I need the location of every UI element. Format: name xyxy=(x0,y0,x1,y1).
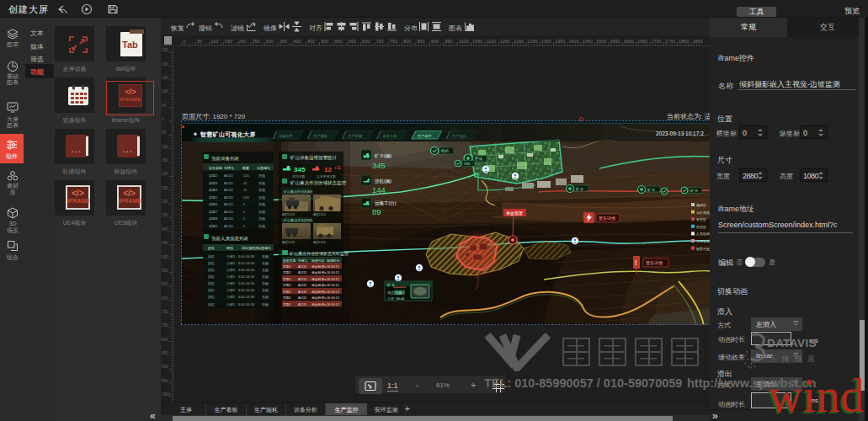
svg-text:采空区: 采空区 xyxy=(695,217,706,221)
svg-text:A5111: A5111 xyxy=(224,202,234,206)
svg-text:矿山重点作业区B区: 矿山重点作业区B区 xyxy=(283,218,313,222)
svg-text:台班1: 台班1 xyxy=(226,281,236,285)
svg-text:A5111: A5111 xyxy=(298,265,306,269)
svg-text:600: 600 xyxy=(349,39,356,44)
svg-text:700: 700 xyxy=(375,39,383,44)
svg-text:类型2: 类型2 xyxy=(283,296,291,300)
svg-text:50: 50 xyxy=(162,104,167,108)
svg-text:6:00-16:30: 6:00-16:30 xyxy=(238,254,255,258)
svg-text:100: 100 xyxy=(162,89,168,93)
svg-text:设备类型: 设备类型 xyxy=(209,166,222,170)
svg-text:1300: 1300 xyxy=(541,39,551,44)
svg-text:A5111: A5111 xyxy=(224,188,234,192)
svg-text:A区5114: A区5114 xyxy=(313,241,326,244)
svg-text:1500: 1500 xyxy=(596,39,606,44)
svg-text:6:00-16:30: 6:00-16:30 xyxy=(238,302,255,306)
svg-text:区域: 区域 xyxy=(475,156,483,161)
svg-text:A5111: A5111 xyxy=(224,216,234,221)
svg-text:1350: 1350 xyxy=(555,39,565,44)
svg-text:450: 450 xyxy=(162,241,168,245)
svg-text:150: 150 xyxy=(162,76,168,80)
svg-text:350: 350 xyxy=(162,213,168,217)
svg-text:类型2: 类型2 xyxy=(283,264,291,269)
svg-text:类型2: 类型2 xyxy=(283,290,291,294)
svg-text:监控总数: 监控总数 xyxy=(292,174,305,179)
svg-text:车牌号: 车牌号 xyxy=(224,166,234,170)
svg-text:生产监控: 生产监控 xyxy=(418,134,432,138)
svg-text:16:30:12: 16:30:12 xyxy=(327,265,339,269)
svg-text:在岗: 在岗 xyxy=(262,281,269,285)
svg-text:250: 250 xyxy=(252,39,259,44)
svg-text:520: 520 xyxy=(243,173,249,178)
svg-text:400: 400 xyxy=(162,227,168,232)
svg-text:1050: 1050 xyxy=(472,39,482,44)
svg-text:工作: 16.40: 工作: 16.40 xyxy=(387,296,405,301)
svg-text:1200: 1200 xyxy=(514,39,524,44)
svg-text:当前人员信息列表: 当前人员信息列表 xyxy=(211,236,249,242)
svg-text:950: 950 xyxy=(445,39,452,44)
svg-text:超速预警a: 超速预警a xyxy=(312,270,327,274)
svg-text:1250: 1250 xyxy=(527,39,537,44)
svg-text:100: 100 xyxy=(210,39,218,44)
svg-text:2023-09-13 10:17:2: 2023-09-13 10:17:2 xyxy=(656,131,704,136)
svg-text:144: 144 xyxy=(372,185,386,195)
svg-text:200: 200 xyxy=(162,62,168,67)
svg-text:1850: 1850 xyxy=(693,39,703,44)
svg-text:在线: 在线 xyxy=(258,202,265,206)
svg-text:A5111: A5111 xyxy=(298,284,306,287)
svg-text:750: 750 xyxy=(390,39,397,44)
svg-text:在线: 在线 xyxy=(258,210,265,214)
svg-text:A5111: A5111 xyxy=(224,210,234,214)
svg-text:550: 550 xyxy=(334,39,342,44)
svg-text:矿山重点作业区A区: 矿山重点作业区A区 xyxy=(283,189,313,194)
svg-text:1000: 1000 xyxy=(162,392,171,397)
svg-text:在岗: 在岗 xyxy=(262,288,269,292)
svg-text:在线: 在线 xyxy=(258,181,265,185)
svg-text:台班1: 台班1 xyxy=(226,295,236,299)
svg-text:A区5124: A区5124 xyxy=(282,241,295,244)
svg-text:!: ! xyxy=(635,258,637,267)
svg-text:950: 950 xyxy=(162,379,168,383)
svg-text:设备分析: 设备分析 xyxy=(383,134,398,138)
svg-text:超速预警a: 超速预警a xyxy=(312,302,327,306)
svg-text:类型9: 类型9 xyxy=(209,224,218,228)
svg-text:运营编号: 运营编号 xyxy=(258,246,271,250)
svg-text:50: 50 xyxy=(197,39,202,44)
svg-text:台班1: 台班1 xyxy=(226,268,236,272)
svg-text:A5111: A5111 xyxy=(224,173,234,178)
svg-text:在岗: 在岗 xyxy=(262,268,269,272)
svg-text:载重: 载重 xyxy=(242,166,249,170)
svg-text:姓名: 姓名 xyxy=(208,246,215,250)
svg-text:当天报警次数: 当天报警次数 xyxy=(317,174,336,179)
svg-text:A5111: A5111 xyxy=(298,271,306,274)
svg-text:1000: 1000 xyxy=(459,39,469,44)
svg-text:挖机: 挖机 xyxy=(464,162,471,166)
svg-text:450: 450 xyxy=(307,39,315,44)
svg-text:800: 800 xyxy=(403,39,411,44)
svg-text:类型2: 类型2 xyxy=(283,283,291,287)
svg-text:350: 350 xyxy=(280,39,287,44)
svg-text:900: 900 xyxy=(162,365,168,369)
svg-text:警告详情: 警告详情 xyxy=(599,216,615,221)
svg-text:16:30:12: 16:30:12 xyxy=(327,296,339,300)
svg-text:矿卡: 矿卡 xyxy=(690,189,699,193)
svg-text:在岗: 在岗 xyxy=(262,254,269,258)
svg-text:生产看板: 生产看板 xyxy=(313,134,327,138)
svg-text:250: 250 xyxy=(162,186,168,190)
svg-text:在线: 在线 xyxy=(258,188,265,192)
svg-text:台班1: 台班1 xyxy=(226,274,236,279)
svg-text:200: 200 xyxy=(238,39,246,44)
svg-text:1800: 1800 xyxy=(679,39,689,44)
svg-text:矿卡(辆): 矿卡(辆) xyxy=(374,153,391,159)
svg-text:台班1: 台班1 xyxy=(226,302,236,306)
svg-text:A区5124: A区5124 xyxy=(282,213,295,216)
svg-text:矿卡: 矿卡 xyxy=(386,283,396,287)
svg-text:345: 345 xyxy=(372,161,386,170)
svg-text:超速预警a: 超速预警a xyxy=(312,296,327,300)
svg-text:运营编号: 运营编号 xyxy=(257,166,270,170)
svg-text:A5111: A5111 xyxy=(298,296,306,300)
svg-text:250: 250 xyxy=(162,48,168,52)
svg-text:300: 300 xyxy=(266,39,274,44)
svg-text:超速预警a: 超速预警a xyxy=(312,283,327,287)
svg-text:200: 200 xyxy=(162,172,168,176)
